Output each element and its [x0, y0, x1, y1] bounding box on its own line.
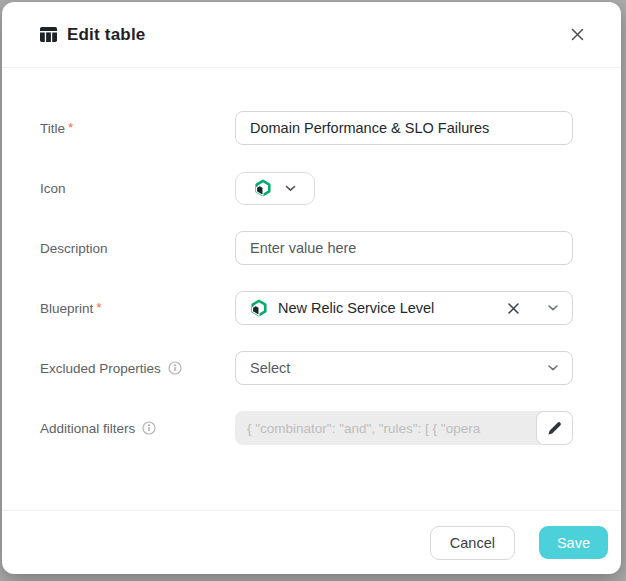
additional-filters-row: Additional filters { "combinator": "and"…: [40, 411, 573, 445]
chevron-down-icon: [285, 185, 296, 192]
blueprint-label: Blueprint*: [40, 301, 235, 316]
new-relic-logo-icon: [254, 179, 272, 197]
title-input[interactable]: [235, 111, 573, 145]
blueprint-value: New Relic Service Level: [278, 300, 434, 316]
description-input[interactable]: [235, 231, 573, 265]
modal-body: Title* Icon: [2, 68, 621, 510]
modal-footer: Cancel Save: [2, 510, 621, 574]
icon-row: Icon: [40, 171, 573, 205]
clear-icon[interactable]: [505, 300, 522, 317]
new-relic-logo-icon: [250, 299, 268, 317]
table-icon: [40, 27, 57, 42]
close-button[interactable]: [563, 21, 591, 49]
save-button[interactable]: Save: [539, 526, 608, 559]
select-placeholder: Select: [250, 360, 290, 376]
chevron-down-icon: [548, 305, 558, 311]
title-row: Title*: [40, 111, 573, 145]
modal-header: Edit table: [2, 2, 621, 68]
modal-title: Edit table: [67, 25, 146, 45]
blueprint-row: Blueprint* New Relic Service Level: [40, 291, 573, 325]
additional-filters-label: Additional filters: [40, 421, 235, 436]
edit-filters-button[interactable]: [536, 411, 573, 445]
icon-label: Icon: [40, 181, 235, 196]
additional-filters-field: { "combinator": "and", "rules": [ { "ope…: [235, 411, 573, 445]
info-icon[interactable]: [142, 421, 156, 435]
title-label: Title*: [40, 121, 235, 136]
edit-table-modal: Edit table Title* Icon: [2, 2, 621, 574]
required-asterisk: *: [68, 120, 73, 135]
description-label: Description: [40, 241, 235, 256]
excluded-properties-row: Excluded Properties Select: [40, 351, 573, 385]
blueprint-select[interactable]: New Relic Service Level: [235, 291, 573, 325]
excluded-properties-label: Excluded Properties: [40, 361, 235, 376]
additional-filters-value: { "combinator": "and", "rules": [ { "ope…: [247, 421, 529, 436]
close-icon: [570, 27, 585, 42]
pencil-icon: [547, 421, 562, 436]
required-asterisk: *: [96, 300, 101, 315]
description-row: Description: [40, 231, 573, 265]
icon-dropdown[interactable]: [235, 172, 315, 205]
info-icon[interactable]: [168, 361, 182, 375]
excluded-properties-select[interactable]: Select: [235, 351, 573, 385]
cancel-button[interactable]: Cancel: [430, 526, 515, 560]
chevron-down-icon: [548, 365, 558, 371]
